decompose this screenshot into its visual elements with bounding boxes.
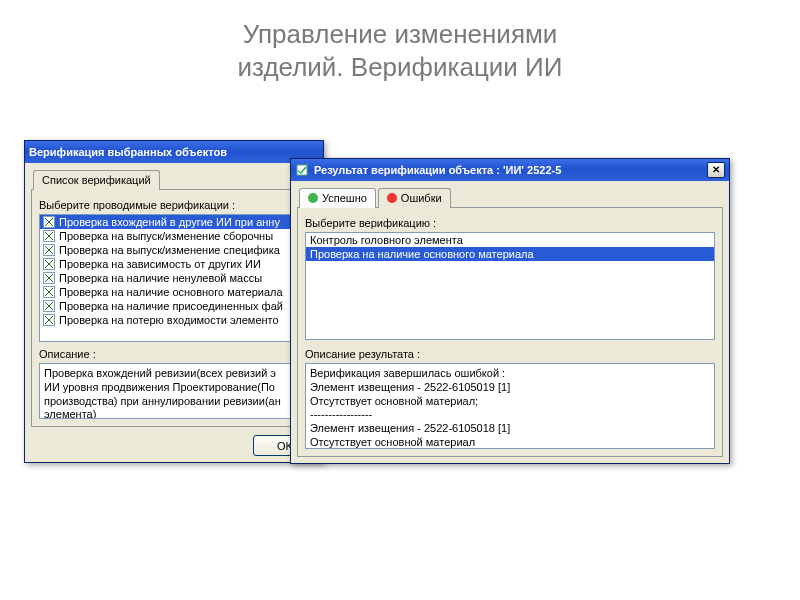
tab-errors[interactable]: Ошибки: [378, 188, 451, 208]
checklist-item-label: Проверка вхождений в другие ИИ при анну: [59, 216, 280, 228]
result-description-text: Верификация завершилась ошибкой : Элемен…: [305, 363, 715, 449]
checklist-item[interactable]: Проверка вхождений в другие ИИ при анну: [40, 215, 308, 229]
checklist-item[interactable]: Проверка на потерю входимости элементо: [40, 313, 308, 327]
verification-checklist[interactable]: Проверка вхождений в другие ИИ при аннуП…: [39, 214, 309, 342]
close-icon[interactable]: ✕: [707, 162, 725, 178]
tab-label: Ошибки: [401, 192, 442, 204]
checklist-item-label: Проверка на наличие присоединенных фай: [59, 300, 283, 312]
checkbox[interactable]: [43, 216, 55, 228]
result-list-item[interactable]: Проверка на наличие основного материала: [306, 247, 714, 261]
tab-verification-list[interactable]: Список верификаций: [33, 170, 160, 190]
titlebar-right[interactable]: Результат верификации объекта : 'ИИ' 252…: [291, 159, 729, 181]
checklist-item-label: Проверка на зависимость от других ИИ: [59, 258, 261, 270]
checkbox[interactable]: [43, 300, 55, 312]
prompt-select-verification: Выберите верификацию :: [305, 217, 715, 229]
checklist-item-label: Проверка на наличие ненулевой массы: [59, 272, 262, 284]
checklist-item[interactable]: Проверка на выпуск/изменение сборочны: [40, 229, 308, 243]
slide-title: Управление изменениями изделий. Верифика…: [0, 18, 800, 83]
tabstrip-left: Список верификаций: [31, 169, 317, 190]
checklist-item[interactable]: Проверка на выпуск/изменение специфика: [40, 243, 308, 257]
slide-title-line2: изделий. Верификации ИИ: [0, 51, 800, 84]
window-title-right: Результат верификации объекта : 'ИИ' 252…: [314, 164, 561, 176]
tab-label: Успешно: [322, 192, 367, 204]
checkbox[interactable]: [43, 314, 55, 326]
svg-rect-0: [297, 165, 307, 175]
checklist-item-label: Проверка на потерю входимости элементо: [59, 314, 279, 326]
description-label: Описание :: [39, 348, 309, 360]
checklist-item-label: Проверка на выпуск/изменение сборочны: [59, 230, 273, 242]
checklist-item[interactable]: Проверка на наличие основного материала: [40, 285, 308, 299]
app-icon: [295, 163, 309, 177]
prompt-select-verifications: Выберите проводимые верификации :: [39, 199, 309, 211]
checklist-item[interactable]: Проверка на наличие ненулевой массы: [40, 271, 308, 285]
checklist-item[interactable]: Проверка на зависимость от других ИИ: [40, 257, 308, 271]
window-verification-result: Результат верификации объекта : 'ИИ' 252…: [290, 158, 730, 464]
result-description-label: Описание результата :: [305, 348, 715, 360]
checkbox[interactable]: [43, 230, 55, 242]
window-verification-list: Верификация выбранных объектов Список ве…: [24, 140, 324, 463]
checklist-item-label: Проверка на наличие основного материала: [59, 286, 283, 298]
checklist-item[interactable]: Проверка на наличие присоединенных фай: [40, 299, 308, 313]
checkbox[interactable]: [43, 258, 55, 270]
error-icon: [387, 193, 397, 203]
checklist-item-label: Проверка на выпуск/изменение специфика: [59, 244, 280, 256]
slide-title-line1: Управление изменениями: [0, 18, 800, 51]
result-list-item[interactable]: Контроль головного элемента: [306, 233, 714, 247]
verification-result-list[interactable]: Контроль головного элементаПроверка на н…: [305, 232, 715, 340]
description-text: Проверка вхождений ревизии(всех ревизий …: [39, 363, 309, 419]
success-icon: [308, 193, 318, 203]
checkbox[interactable]: [43, 286, 55, 298]
titlebar-left[interactable]: Верификация выбранных объектов: [25, 141, 323, 163]
checkbox[interactable]: [43, 244, 55, 256]
checkbox[interactable]: [43, 272, 55, 284]
tab-success[interactable]: Успешно: [299, 188, 376, 208]
tabstrip-right: УспешноОшибки: [297, 187, 723, 208]
window-title-left: Верификация выбранных объектов: [29, 146, 227, 158]
